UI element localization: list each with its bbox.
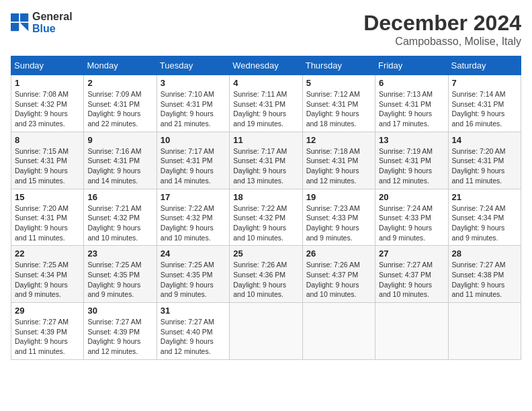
col-tuesday: Tuesday — [157, 56, 229, 75]
day-number: 16 — [87, 192, 152, 202]
svg-rect-2 — [11, 23, 19, 31]
day-number: 28 — [452, 248, 517, 259]
day-number: 21 — [452, 192, 517, 202]
list-item: 7 Sunrise: 7:14 AMSunset: 4:31 PMDayligh… — [448, 75, 521, 132]
table-row: 1 Sunrise: 7:08 AMSunset: 4:32 PMDayligh… — [11, 75, 521, 132]
day-info: Sunrise: 7:22 AMSunset: 4:32 PMDaylight:… — [161, 203, 226, 243]
list-item — [230, 303, 302, 360]
list-item: 22 Sunrise: 7:25 AMSunset: 4:34 PMDaylig… — [11, 246, 84, 303]
day-number: 5 — [306, 78, 371, 88]
calendar-subtitle: Campobasso, Molise, Italy — [363, 36, 521, 48]
day-info: Sunrise: 7:16 AMSunset: 4:31 PMDaylight:… — [87, 146, 152, 186]
logo-icon — [11, 13, 30, 32]
col-thursday: Thursday — [302, 56, 375, 75]
calendar-title: December 2024 — [363, 11, 521, 36]
day-number: 7 — [452, 78, 517, 88]
svg-rect-0 — [11, 13, 19, 21]
day-number: 8 — [15, 135, 80, 145]
day-info: Sunrise: 7:20 AMSunset: 4:31 PMDaylight:… — [452, 146, 517, 186]
list-item: 17 Sunrise: 7:22 AMSunset: 4:32 PMDaylig… — [157, 189, 229, 246]
list-item: 8 Sunrise: 7:15 AMSunset: 4:31 PMDayligh… — [11, 132, 84, 189]
logo: General Blue — [11, 11, 73, 36]
day-number: 1 — [15, 78, 80, 88]
day-info: Sunrise: 7:27 AMSunset: 4:37 PMDaylight:… — [379, 260, 444, 300]
day-info: Sunrise: 7:22 AMSunset: 4:32 PMDaylight:… — [233, 203, 298, 243]
svg-rect-1 — [20, 13, 28, 21]
table-row: 29 Sunrise: 7:27 AMSunset: 4:39 PMDaylig… — [11, 303, 521, 360]
day-info: Sunrise: 7:08 AMSunset: 4:32 PMDaylight:… — [15, 89, 80, 129]
table-row: 22 Sunrise: 7:25 AMSunset: 4:34 PMDaylig… — [11, 246, 521, 303]
day-number: 17 — [161, 192, 226, 202]
day-number: 10 — [161, 135, 226, 145]
day-number: 3 — [161, 78, 226, 88]
list-item: 21 Sunrise: 7:24 AMSunset: 4:34 PMDaylig… — [448, 189, 521, 246]
day-info: Sunrise: 7:26 AMSunset: 4:37 PMDaylight:… — [306, 260, 371, 300]
list-item: 24 Sunrise: 7:25 AMSunset: 4:35 PMDaylig… — [157, 246, 229, 303]
day-info: Sunrise: 7:10 AMSunset: 4:31 PMDaylight:… — [161, 89, 226, 129]
list-item: 14 Sunrise: 7:20 AMSunset: 4:31 PMDaylig… — [448, 132, 521, 189]
day-info: Sunrise: 7:27 AMSunset: 4:39 PMDaylight:… — [15, 317, 80, 357]
table-row: 15 Sunrise: 7:20 AMSunset: 4:31 PMDaylig… — [11, 189, 521, 246]
list-item: 4 Sunrise: 7:11 AMSunset: 4:31 PMDayligh… — [230, 75, 302, 132]
day-info: Sunrise: 7:25 AMSunset: 4:34 PMDaylight:… — [15, 260, 80, 300]
list-item: 28 Sunrise: 7:27 AMSunset: 4:38 PMDaylig… — [448, 246, 521, 303]
day-number: 29 — [15, 306, 80, 316]
header: General Blue December 2024 Campobasso, M… — [11, 11, 521, 48]
day-number: 25 — [233, 248, 298, 259]
day-info: Sunrise: 7:13 AMSunset: 4:31 PMDaylight:… — [379, 89, 444, 129]
day-info: Sunrise: 7:18 AMSunset: 4:31 PMDaylight:… — [306, 146, 371, 186]
day-info: Sunrise: 7:26 AMSunset: 4:36 PMDaylight:… — [233, 260, 298, 300]
day-info: Sunrise: 7:17 AMSunset: 4:31 PMDaylight:… — [233, 146, 298, 186]
day-info: Sunrise: 7:20 AMSunset: 4:31 PMDaylight:… — [15, 203, 80, 243]
col-wednesday: Wednesday — [230, 56, 302, 75]
list-item: 18 Sunrise: 7:22 AMSunset: 4:32 PMDaylig… — [230, 189, 302, 246]
calendar-table: Sunday Monday Tuesday Wednesday Thursday… — [11, 56, 521, 360]
day-number: 14 — [452, 135, 517, 145]
list-item — [448, 303, 521, 360]
day-number: 30 — [87, 306, 152, 316]
list-item: 20 Sunrise: 7:24 AMSunset: 4:33 PMDaylig… — [375, 189, 448, 246]
list-item: 19 Sunrise: 7:23 AMSunset: 4:33 PMDaylig… — [302, 189, 375, 246]
col-monday: Monday — [84, 56, 157, 75]
day-number: 18 — [233, 192, 298, 202]
list-item: 10 Sunrise: 7:17 AMSunset: 4:31 PMDaylig… — [157, 132, 229, 189]
day-info: Sunrise: 7:23 AMSunset: 4:33 PMDaylight:… — [306, 203, 371, 243]
list-item: 16 Sunrise: 7:21 AMSunset: 4:32 PMDaylig… — [84, 189, 157, 246]
day-info: Sunrise: 7:21 AMSunset: 4:32 PMDaylight:… — [87, 203, 152, 243]
day-info: Sunrise: 7:27 AMSunset: 4:39 PMDaylight:… — [87, 317, 152, 357]
day-info: Sunrise: 7:25 AMSunset: 4:35 PMDaylight:… — [87, 260, 152, 300]
list-item: 30 Sunrise: 7:27 AMSunset: 4:39 PMDaylig… — [84, 303, 157, 360]
day-number: 27 — [379, 248, 444, 259]
col-sunday: Sunday — [11, 56, 84, 75]
day-info: Sunrise: 7:17 AMSunset: 4:31 PMDaylight:… — [161, 146, 226, 186]
svg-marker-3 — [20, 23, 28, 31]
list-item: 26 Sunrise: 7:26 AMSunset: 4:37 PMDaylig… — [302, 246, 375, 303]
list-item: 3 Sunrise: 7:10 AMSunset: 4:31 PMDayligh… — [157, 75, 229, 132]
day-info: Sunrise: 7:12 AMSunset: 4:31 PMDaylight:… — [306, 89, 371, 129]
title-area: December 2024 Campobasso, Molise, Italy — [363, 11, 521, 48]
list-item: 5 Sunrise: 7:12 AMSunset: 4:31 PMDayligh… — [302, 75, 375, 132]
day-number: 9 — [87, 135, 152, 145]
list-item: 23 Sunrise: 7:25 AMSunset: 4:35 PMDaylig… — [84, 246, 157, 303]
day-info: Sunrise: 7:24 AMSunset: 4:33 PMDaylight:… — [379, 203, 444, 243]
list-item: 12 Sunrise: 7:18 AMSunset: 4:31 PMDaylig… — [302, 132, 375, 189]
day-info: Sunrise: 7:11 AMSunset: 4:31 PMDaylight:… — [233, 89, 298, 129]
day-info: Sunrise: 7:24 AMSunset: 4:34 PMDaylight:… — [452, 203, 517, 243]
list-item: 6 Sunrise: 7:13 AMSunset: 4:31 PMDayligh… — [375, 75, 448, 132]
list-item: 15 Sunrise: 7:20 AMSunset: 4:31 PMDaylig… — [11, 189, 84, 246]
day-info: Sunrise: 7:15 AMSunset: 4:31 PMDaylight:… — [15, 146, 80, 186]
day-number: 11 — [233, 135, 298, 145]
day-info: Sunrise: 7:19 AMSunset: 4:31 PMDaylight:… — [379, 146, 444, 186]
list-item: 11 Sunrise: 7:17 AMSunset: 4:31 PMDaylig… — [230, 132, 302, 189]
day-number: 22 — [15, 248, 80, 259]
list-item: 27 Sunrise: 7:27 AMSunset: 4:37 PMDaylig… — [375, 246, 448, 303]
day-number: 4 — [233, 78, 298, 88]
logo-text-line2: Blue — [32, 23, 73, 35]
day-number: 15 — [15, 192, 80, 202]
day-number: 6 — [379, 78, 444, 88]
day-number: 23 — [87, 248, 152, 259]
list-item — [375, 303, 448, 360]
day-number: 19 — [306, 192, 371, 202]
list-item: 9 Sunrise: 7:16 AMSunset: 4:31 PMDayligh… — [84, 132, 157, 189]
day-info: Sunrise: 7:27 AMSunset: 4:38 PMDaylight:… — [452, 260, 517, 300]
